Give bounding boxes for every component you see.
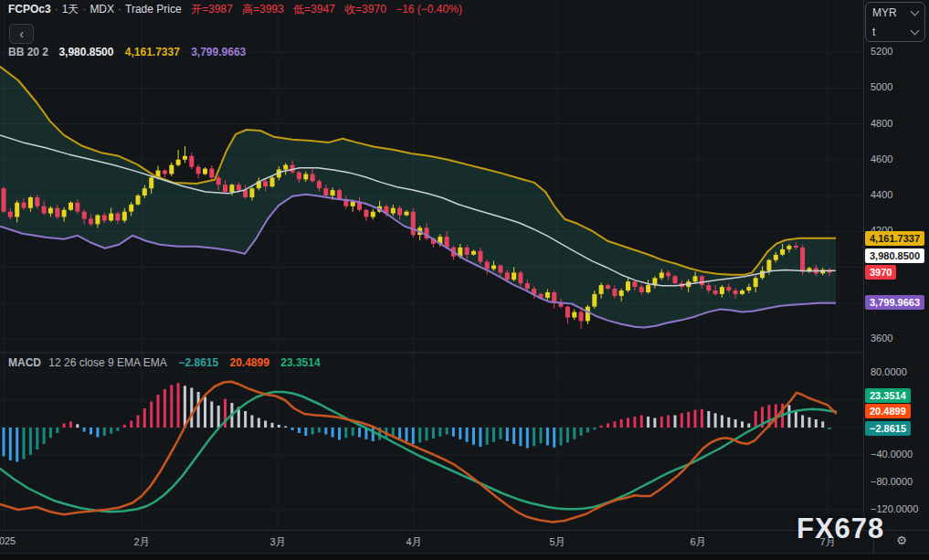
price-tick-label: 5200 <box>871 46 892 57</box>
change-value: −16 (−0.40%) <box>396 3 462 16</box>
time-axis-label: 2月 <box>133 535 149 549</box>
macd-tick-label: 80.0000 <box>871 366 907 377</box>
price-badge: 23.3514 <box>865 388 911 403</box>
separator-dot: · <box>51 3 62 16</box>
chevron-left-icon: ‹ <box>19 26 24 41</box>
separator-dot: · <box>79 3 90 16</box>
price-tick-label: 3600 <box>871 333 892 343</box>
bb-label: BB 20 2 <box>8 46 48 58</box>
price-tick-label: 4800 <box>871 118 892 129</box>
time-axis-label: 6月 <box>690 535 705 549</box>
time-axis-label: 4月 <box>406 535 421 549</box>
exchange: MDX <box>90 3 114 16</box>
currency-value: MYR <box>872 6 897 19</box>
price-badge: 3,980.8500 <box>865 248 924 263</box>
low-value: 低=3947 <box>293 3 335 16</box>
high-value: 高=3993 <box>242 3 284 16</box>
price-type: Trade Price <box>125 3 182 16</box>
macd-indicator-row: MACD 12 26 close 9 EMA EMA −2.8615 20.48… <box>8 356 321 369</box>
symbol: FCPOc3 <box>8 3 51 16</box>
currency-dropdown[interactable]: MYR <box>866 3 924 22</box>
interval: 1天 <box>62 3 79 16</box>
macd-tick-label: −40.0000 <box>871 449 913 460</box>
separator-dot: · <box>114 3 125 16</box>
currency-unit-selector: MYR t <box>865 2 925 42</box>
chart-canvas[interactable] <box>0 0 863 530</box>
price-badge: 3970 <box>865 265 896 280</box>
trading-chart-window: FCPOc3·1天·MDX·Trade Price 开=3987 高=3993 … <box>0 0 929 560</box>
time-axis-label: 2025 <box>0 535 16 546</box>
time-axis-label: 3月 <box>269 535 285 549</box>
chevron-down-icon <box>911 26 920 35</box>
bb-basis-value: 3,980.8500 <box>58 46 113 58</box>
time-axis-label: 5月 <box>549 535 565 549</box>
macd-signal-value: 23.3514 <box>280 356 320 369</box>
chevron-down-icon <box>911 6 920 16</box>
price-tick-label: 4400 <box>871 189 892 200</box>
price-badge: −2.8615 <box>865 421 911 436</box>
symbol-info-bar: FCPOc3·1天·MDX·Trade Price 开=3987 高=3993 … <box>8 3 462 16</box>
watermark: FX678 <box>797 512 884 545</box>
price-tick-label: 5000 <box>871 81 892 92</box>
settings-gear-icon[interactable]: ⚙ <box>888 534 915 547</box>
macd-line-value: 20.4899 <box>230 356 269 369</box>
price-tick-label: 4600 <box>871 153 892 164</box>
unit-value: t <box>872 26 875 38</box>
back-button[interactable]: ‹ <box>9 24 34 44</box>
bb-upper-value: 4,161.7337 <box>125 46 180 58</box>
open-value: 开=3987 <box>191 3 233 16</box>
bb-indicator-row: BB 20 2 3,980.8500 4,161.7337 3,799.9663 <box>8 46 246 58</box>
macd-tick-label: −80.0000 <box>871 476 913 487</box>
time-axis[interactable]: ⚙ 20252月3月4月5月6月7月 <box>0 530 929 553</box>
close-value: 收=3970 <box>344 3 386 16</box>
macd-params: 12 26 close 9 EMA EMA <box>48 356 166 369</box>
unit-dropdown[interactable]: t <box>866 22 924 41</box>
price-badge: 4,161.7337 <box>865 231 924 246</box>
macd-label: MACD <box>8 356 41 369</box>
price-badge: 3,799.9663 <box>865 295 924 310</box>
macd-hist-value: −2.8615 <box>178 356 218 369</box>
bb-lower-value: 3,799.9663 <box>191 46 246 58</box>
price-badge: 20.4899 <box>865 404 911 418</box>
bottom-strip <box>0 553 929 560</box>
price-axis[interactable]: 520050004800460044004200360080.0000−40.0… <box>863 0 929 530</box>
